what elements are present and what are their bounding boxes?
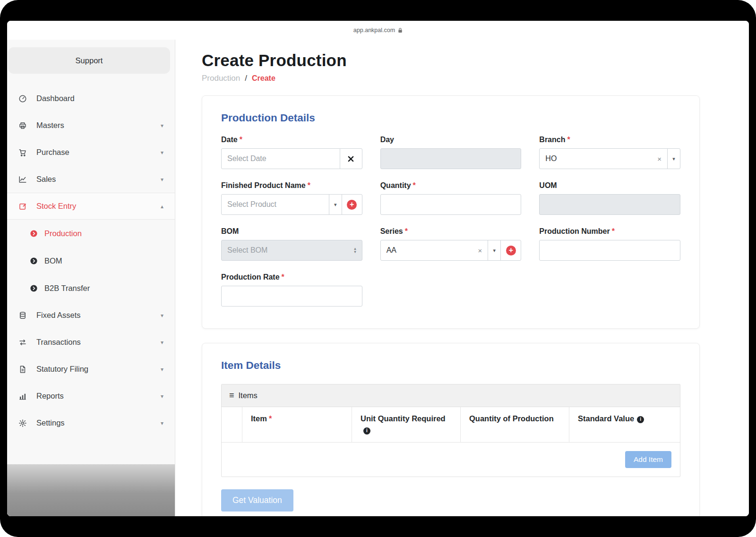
item-details-title: Item Details bbox=[221, 359, 680, 372]
sidebar-item-settings[interactable]: Settings ▾ bbox=[7, 409, 175, 436]
get-valuation-button[interactable]: Get Valuation bbox=[221, 489, 293, 511]
sidebar-item-statutory-filing[interactable]: Statutory Filing ▾ bbox=[7, 356, 175, 383]
circle-arrow-icon bbox=[30, 230, 38, 238]
series-group: AA × ▾ + bbox=[380, 240, 522, 261]
field-production-number: Production Number* bbox=[539, 227, 680, 261]
field-quantity: Quantity* bbox=[380, 181, 522, 215]
date-clear-button[interactable] bbox=[340, 148, 362, 169]
sidebar-item-reports[interactable]: Reports ▾ bbox=[7, 383, 175, 409]
sidebar-item-label: Transactions bbox=[36, 338, 81, 347]
required-mark: * bbox=[567, 136, 570, 144]
label-text: Production Number bbox=[539, 227, 610, 235]
series-clear-icon[interactable]: × bbox=[478, 247, 482, 255]
items-col-quantity-of-production: Quantity of Production bbox=[461, 407, 569, 442]
date-input[interactable] bbox=[221, 148, 340, 169]
required-mark: * bbox=[405, 227, 408, 235]
sidebar-subitem-b2b-transfer[interactable]: B2B Transfer bbox=[7, 274, 175, 302]
info-icon[interactable]: i bbox=[363, 427, 370, 435]
sidebar-item-label: Purchase bbox=[36, 148, 69, 157]
label-text: Branch bbox=[539, 136, 565, 144]
add-item-button[interactable]: Add Item bbox=[625, 451, 671, 468]
items-table-empty-row: Add Item bbox=[222, 443, 680, 477]
sidebar-item-label: Settings bbox=[36, 418, 65, 427]
lock-icon bbox=[398, 27, 403, 33]
label-text: Day bbox=[380, 136, 394, 144]
production-rate-input[interactable] bbox=[221, 286, 362, 307]
dashboard-icon bbox=[18, 94, 29, 103]
required-mark: * bbox=[612, 227, 615, 235]
series-value: AA bbox=[387, 246, 396, 255]
info-icon[interactable]: i bbox=[637, 416, 644, 423]
main-content: Create Production Production / Create Pr… bbox=[175, 40, 749, 516]
items-bar-label: Items bbox=[239, 391, 258, 400]
production-details-form: Date* bbox=[221, 136, 680, 307]
production-number-label: Production Number* bbox=[539, 227, 680, 236]
sidebar-item-label: Sales bbox=[36, 175, 56, 184]
label-text: Finished Product Name bbox=[221, 181, 306, 189]
bom-select: Select BOM ▴ ▾ bbox=[221, 240, 362, 261]
branch-caret-icon[interactable]: ▾ bbox=[667, 148, 680, 169]
items-table-header-bar: ≡ Items bbox=[222, 384, 680, 407]
sidebar-menu: Dashboard Masters ▾ Purchase bbox=[7, 85, 175, 436]
required-mark: * bbox=[269, 414, 272, 423]
sidebar-subitem-production[interactable]: Production bbox=[7, 220, 175, 247]
production-details-card: Production Details Date* bbox=[202, 95, 700, 329]
url-text: app.ankpal.com bbox=[353, 27, 395, 34]
branch-value: HO bbox=[545, 154, 557, 163]
field-series: Series* AA × ▾ + bbox=[380, 227, 522, 261]
date-input-group bbox=[221, 148, 362, 169]
items-table: ≡ Items Item* Unit Quantity Requiredi bbox=[221, 384, 680, 477]
label-text: BOM bbox=[221, 227, 239, 235]
sidebar-item-masters[interactable]: Masters ▾ bbox=[7, 112, 175, 139]
printer-icon bbox=[18, 121, 29, 130]
grid-spacer bbox=[380, 273, 522, 307]
plus-icon: + bbox=[347, 200, 357, 210]
breadcrumb-parent[interactable]: Production bbox=[202, 74, 240, 83]
column-label: Standard Value bbox=[578, 414, 634, 423]
sidebar-item-dashboard[interactable]: Dashboard bbox=[7, 85, 175, 112]
series-caret-icon[interactable]: ▾ bbox=[488, 240, 501, 261]
stock-entry-submenu: Production BOM B2B Transfe bbox=[7, 220, 175, 302]
branch-label: Branch* bbox=[539, 136, 680, 144]
series-add-button[interactable]: + bbox=[500, 240, 521, 261]
sidebar-item-purchase[interactable]: Purchase ▾ bbox=[7, 139, 175, 166]
required-mark: * bbox=[413, 181, 416, 189]
browser-url-bar[interactable]: app.ankpal.com bbox=[7, 21, 749, 40]
item-details-card: Item Details ≡ Items Item* U bbox=[202, 343, 700, 516]
branch-select-group: HO × ▾ bbox=[539, 148, 680, 169]
branch-select[interactable]: HO × bbox=[539, 148, 668, 169]
field-branch: Branch* HO × ▾ bbox=[539, 136, 680, 169]
quantity-input[interactable] bbox=[380, 194, 522, 215]
field-bom: BOM Select BOM ▴ ▾ bbox=[221, 227, 362, 261]
support-button[interactable]: Support bbox=[8, 47, 170, 74]
branch-clear-icon[interactable]: × bbox=[657, 155, 662, 163]
finished-product-add-button[interactable]: + bbox=[342, 194, 362, 215]
production-number-input[interactable] bbox=[539, 240, 680, 261]
device-frame: app.ankpal.com Support Dashboard bbox=[0, 0, 756, 537]
sidebar-item-transactions[interactable]: Transactions ▾ bbox=[7, 329, 175, 356]
transfer-arrows-icon bbox=[18, 338, 29, 347]
chevron-down-icon: ▾ bbox=[161, 393, 163, 400]
finished-product-caret-icon[interactable]: ▾ bbox=[329, 194, 342, 215]
finished-product-label: Finished Product Name* bbox=[221, 181, 362, 190]
items-col-item: Item* bbox=[242, 407, 352, 442]
chevron-down-icon: ▾ bbox=[161, 339, 163, 346]
sidebar-subitem-bom[interactable]: BOM bbox=[7, 247, 175, 274]
sidebar-item-label: Stock Entry bbox=[36, 202, 76, 211]
column-label: Quantity of Production bbox=[469, 414, 554, 423]
label-text: Series bbox=[380, 227, 403, 235]
series-select[interactable]: AA × bbox=[380, 240, 489, 261]
required-mark: * bbox=[308, 181, 310, 189]
coins-icon bbox=[18, 311, 29, 320]
finished-product-select[interactable]: Select Product bbox=[221, 194, 329, 215]
production-rate-label: Production Rate* bbox=[221, 273, 362, 281]
column-label: Item bbox=[251, 414, 267, 423]
field-finished-product: Finished Product Name* Select Product ▾ … bbox=[221, 181, 362, 215]
sidebar-item-stock-entry[interactable]: Stock Entry ▴ bbox=[7, 193, 175, 220]
sidebar-item-sales[interactable]: Sales ▾ bbox=[7, 166, 175, 193]
chevron-down-icon: ▾ bbox=[161, 366, 163, 373]
items-col-standard-value: Standard Valuei bbox=[569, 407, 680, 442]
sidebar-item-fixed-assets[interactable]: Fixed Assets ▾ bbox=[7, 302, 175, 329]
close-icon bbox=[348, 156, 354, 162]
required-mark: * bbox=[240, 136, 242, 144]
